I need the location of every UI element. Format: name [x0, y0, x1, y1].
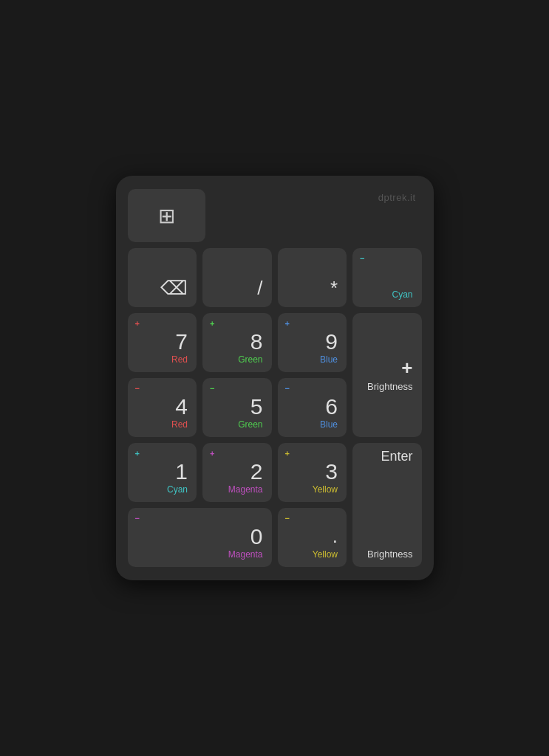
- cyan-label-1: Cyan: [167, 484, 188, 495]
- yellow-label-3: Yellow: [313, 484, 338, 495]
- num-4: 4: [175, 396, 188, 418]
- green-label-5: Green: [238, 419, 262, 430]
- blue-label-6: Blue: [320, 419, 338, 430]
- star-key[interactable]: *: [278, 248, 347, 307]
- key-dot[interactable]: − . Yellow: [278, 508, 347, 567]
- num-0: 0: [250, 526, 263, 548]
- magenta-minus-0: −: [135, 514, 140, 523]
- red-label-7: Red: [171, 354, 188, 365]
- num-8: 8: [250, 331, 263, 353]
- cyan-minus-key[interactable]: − Cyan: [352, 248, 422, 307]
- key-8[interactable]: + 8 Green: [202, 313, 272, 372]
- yellow-label-dot: Yellow: [313, 549, 338, 560]
- num-9: 9: [325, 331, 338, 353]
- slash-label: /: [257, 277, 262, 300]
- key-1[interactable]: + 1 Cyan: [128, 443, 197, 502]
- key-7[interactable]: + 7 Red: [128, 313, 197, 372]
- brand-label: dptrek.it: [378, 192, 416, 203]
- green-minus-5: −: [210, 384, 214, 393]
- magenta-label-2: Magenta: [228, 484, 263, 495]
- enter-key[interactable]: Enter Brightness: [352, 443, 422, 567]
- cyan-minus-label: Cyan: [392, 289, 412, 300]
- num-7: 7: [175, 331, 188, 353]
- yellow-minus-dot: −: [285, 514, 290, 523]
- blue-plus-9: +: [285, 319, 290, 328]
- num-5: 5: [250, 396, 263, 418]
- calculator-key[interactable]: ⊞: [128, 189, 205, 242]
- numpad-container: dptrek.it ⊞ ⌫ / * − Cyan + 7 Red + 8: [116, 176, 434, 580]
- key-3[interactable]: + 3 Yellow: [278, 443, 347, 502]
- green-label-8: Green: [238, 354, 262, 365]
- plus-brightness-label: Brightness: [367, 381, 412, 392]
- red-plus-7: +: [135, 319, 140, 328]
- calculator-icon: ⊞: [158, 204, 175, 228]
- num-2: 2: [250, 461, 263, 483]
- key-6[interactable]: − 6 Blue: [278, 378, 347, 437]
- minus-brightness-label-enter: Brightness: [367, 549, 412, 560]
- backspace-key[interactable]: ⌫: [128, 248, 197, 307]
- red-label-4: Red: [171, 419, 188, 430]
- main-grid: ⌫ / * − Cyan + 7 Red + 8 Green + 9 Blue: [128, 248, 422, 567]
- blue-label-9: Blue: [320, 354, 338, 365]
- dot-label: .: [333, 525, 338, 548]
- blue-minus-6: −: [285, 384, 290, 393]
- num-3: 3: [325, 461, 338, 483]
- key-4[interactable]: − 4 Red: [128, 378, 197, 437]
- num-1: 1: [175, 461, 188, 483]
- key-2[interactable]: + 2 Magenta: [202, 443, 272, 502]
- backspace-icon: ⌫: [160, 277, 188, 300]
- plus-brightness-key[interactable]: + Brightness: [352, 313, 422, 437]
- green-plus-8: +: [210, 319, 214, 328]
- red-minus-4: −: [135, 384, 140, 393]
- num-6: 6: [325, 396, 338, 418]
- plus-brightness-plus: +: [401, 357, 412, 379]
- yellow-plus-3: +: [285, 449, 290, 458]
- key-5[interactable]: − 5 Green: [202, 378, 272, 437]
- enter-label: Enter: [381, 449, 412, 464]
- magenta-plus-2: +: [210, 449, 214, 458]
- key-9[interactable]: + 9 Blue: [278, 313, 347, 372]
- cyan-minus-modifier: −: [360, 254, 364, 263]
- star-label: *: [330, 277, 338, 300]
- cyan-plus-1: +: [135, 449, 140, 458]
- magenta-label-0: Magenta: [228, 549, 263, 560]
- slash-key[interactable]: /: [202, 248, 272, 307]
- key-0[interactable]: − 0 Magenta: [128, 508, 272, 567]
